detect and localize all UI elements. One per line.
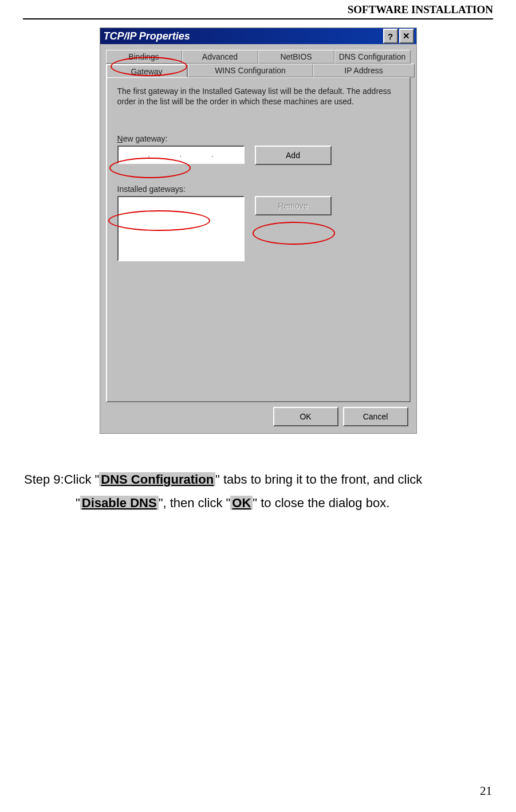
dialog-body: Bindings Advanced NetBIOS DNS Configurat… <box>100 44 416 433</box>
tab-ip-address[interactable]: IP Address <box>313 64 415 77</box>
step-text-part: ", then click " <box>159 496 231 510</box>
gateway-info-text: The first gateway in the Installed Gatew… <box>117 86 399 107</box>
page-number: 21 <box>480 784 492 798</box>
step-text-part: " tabs to bring it to the front, and cli… <box>215 472 422 487</box>
installed-gateways-label: Installed gateways: <box>117 185 399 194</box>
ip-dot: . <box>180 151 182 159</box>
tab-content: The first gateway in the Installed Gatew… <box>106 77 411 402</box>
dialog-footer: OK Cancel <box>106 402 411 429</box>
help-icon[interactable]: ? <box>383 29 398 44</box>
ip-dot: . <box>148 151 149 159</box>
tab-gateway[interactable]: Gateway <box>106 64 188 78</box>
tab-netbios[interactable]: NetBIOS <box>258 50 334 64</box>
tab-wins-configuration[interactable]: WINS Configuration <box>188 64 313 77</box>
step-text-part: Step 9:Click " <box>24 472 99 487</box>
cancel-button[interactable]: Cancel <box>343 407 408 426</box>
close-icon[interactable]: ✕ <box>399 29 414 44</box>
new-gateway-input[interactable]: . . . <box>117 146 245 164</box>
add-button[interactable]: Add <box>255 146 332 165</box>
ip-dot: . <box>211 151 213 159</box>
titlebar-text: TCP/IP Properties <box>104 30 382 42</box>
remove-button[interactable]: Remove <box>255 196 332 215</box>
titlebar: TCP/IP Properties ? ✕ <box>100 28 416 44</box>
tab-advanced[interactable]: Advanced <box>182 50 258 64</box>
step-9-text: Step 9:Click "DNS Configuration" tabs to… <box>23 468 493 515</box>
installed-gateways-list[interactable] <box>117 196 245 261</box>
new-gateway-label: New gateway: <box>117 134 399 143</box>
page-header: SOFTWARE INSTALLATION <box>23 0 493 19</box>
highlight-disable-dns: Disable DNS <box>80 496 159 510</box>
tabs-row-1: Bindings Advanced NetBIOS DNS Configurat… <box>106 50 411 64</box>
highlight-dns-configuration: DNS Configuration <box>99 472 215 487</box>
tab-dns-configuration[interactable]: DNS Configuration <box>334 50 411 64</box>
ok-button[interactable]: OK <box>273 407 338 426</box>
highlight-ok: OK <box>230 496 253 510</box>
tab-bindings[interactable]: Bindings <box>106 50 182 64</box>
tabs-row-2: Gateway WINS Configuration IP Address <box>106 64 411 77</box>
tcpip-dialog: TCP/IP Properties ? ✕ Bindings Advanced … <box>100 28 417 434</box>
step-text-part: " to close the dialog box. <box>253 496 389 510</box>
step-text-part: " <box>76 496 80 510</box>
